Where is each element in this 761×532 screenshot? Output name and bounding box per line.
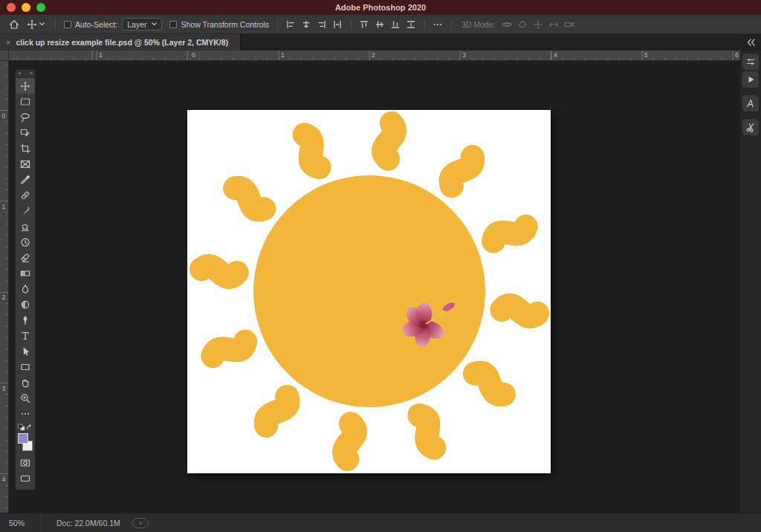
align-horizontal-centers-icon[interactable] bbox=[299, 17, 314, 32]
gradient-tool[interactable] bbox=[16, 265, 35, 281]
horizontal-ruler[interactable]: 1 0 1 2 3 4 5 6 bbox=[9, 51, 740, 61]
tab-close-icon[interactable]: × bbox=[6, 38, 10, 47]
align-bottom-edges-icon[interactable] bbox=[388, 17, 404, 32]
options-bar: Auto-Select: Layer Show Transform Contro… bbox=[0, 15, 761, 34]
blur-tool[interactable] bbox=[16, 281, 35, 296]
zoom-tool[interactable] bbox=[16, 390, 35, 406]
swap-colors-icon[interactable] bbox=[26, 424, 33, 431]
hand-icon bbox=[20, 377, 30, 388]
sun-illustration[interactable] bbox=[187, 110, 551, 473]
tools-panel-expand-icon[interactable]: » bbox=[30, 71, 33, 77]
move-tool[interactable] bbox=[16, 78, 35, 94]
ruler-origin-corner[interactable] bbox=[0, 51, 9, 61]
gradient-icon bbox=[20, 268, 30, 279]
distribute-vertical-icon[interactable] bbox=[404, 17, 419, 32]
actions-panel-icon[interactable] bbox=[742, 71, 759, 88]
document-canvas[interactable] bbox=[187, 110, 551, 473]
ruler-label: 0 bbox=[2, 112, 6, 120]
document-tab[interactable]: × click up resize example file.psd @ 50%… bbox=[0, 34, 241, 51]
ruler-label: 3 bbox=[2, 385, 6, 392]
auto-select-label: Auto-Select: bbox=[75, 20, 117, 29]
tools-panel-header: × » bbox=[16, 70, 35, 78]
titlebar: Adobe Photoshop 2020 bbox=[0, 0, 761, 15]
brush-icon bbox=[20, 206, 30, 216]
edit-toolbar-button[interactable] bbox=[16, 406, 35, 421]
history-brush-tool[interactable] bbox=[16, 234, 35, 250]
eraser-tool[interactable] bbox=[16, 250, 35, 265]
zoom-level-field[interactable]: 50% bbox=[9, 519, 25, 528]
document-tab-bar: × click up resize example file.psd @ 50%… bbox=[0, 34, 761, 51]
selection-arrow-icon bbox=[20, 346, 30, 357]
distribute-horizontal-icon[interactable] bbox=[330, 17, 346, 32]
active-tool-preset[interactable] bbox=[24, 17, 48, 32]
brush-tool[interactable] bbox=[16, 203, 35, 218]
color-swatches bbox=[16, 432, 35, 455]
rectangle-tool[interactable] bbox=[16, 359, 35, 374]
frame-tool[interactable] bbox=[16, 156, 35, 172]
dodge-tool[interactable] bbox=[16, 296, 35, 312]
frame-icon bbox=[20, 159, 30, 169]
checkbox-box[interactable] bbox=[169, 21, 177, 28]
blur-drop-icon bbox=[20, 284, 30, 294]
eyedropper-tool[interactable] bbox=[16, 172, 35, 187]
eyedropper-icon bbox=[20, 175, 30, 185]
show-transform-checkbox[interactable]: Show Transform Controls bbox=[169, 20, 268, 29]
tools-panel-close-icon[interactable]: × bbox=[18, 71, 22, 77]
align-right-edges-icon[interactable] bbox=[314, 17, 330, 32]
clone-stamp-icon bbox=[20, 221, 30, 232]
align-left-edges-icon[interactable] bbox=[283, 17, 299, 32]
separator bbox=[55, 19, 56, 30]
properties-panel-icon[interactable] bbox=[742, 53, 759, 70]
collapse-panels-icon[interactable] bbox=[746, 39, 756, 46]
minimize-window-button[interactable] bbox=[22, 3, 30, 12]
ruler-label: 1 bbox=[281, 51, 285, 59]
more-align-options-icon[interactable] bbox=[430, 17, 446, 32]
ruler-label: 1 bbox=[2, 203, 6, 210]
status-options-button[interactable]: › bbox=[132, 518, 149, 528]
pen-tool[interactable] bbox=[16, 312, 35, 328]
chevron-down-icon bbox=[152, 22, 157, 26]
quick-mask-button[interactable] bbox=[16, 455, 35, 470]
crop-tool[interactable] bbox=[16, 140, 35, 156]
ruler-label: 2 bbox=[2, 293, 6, 301]
auto-select-checkbox[interactable]: Auto-Select: bbox=[64, 20, 117, 29]
object-selection-tool[interactable] bbox=[16, 125, 35, 140]
move-tool-icon bbox=[27, 19, 37, 30]
hand-tool[interactable] bbox=[16, 374, 35, 390]
align-vertical-centers-icon[interactable] bbox=[372, 17, 388, 32]
doc-size-info[interactable]: Doc: 22.0M/60.1M bbox=[56, 519, 120, 528]
clone-stamp-tool[interactable] bbox=[16, 218, 35, 234]
rectangular-marquee-tool[interactable] bbox=[16, 94, 35, 109]
ruler-label: 4 bbox=[554, 51, 557, 59]
lasso-icon bbox=[20, 112, 30, 123]
separator bbox=[451, 19, 452, 30]
ruler-label: 6 bbox=[735, 51, 739, 59]
close-window-button[interactable] bbox=[7, 3, 16, 12]
vertical-ruler[interactable]: 0 1 2 3 4 bbox=[0, 61, 9, 513]
zoom-window-button[interactable] bbox=[36, 3, 45, 12]
show-transform-label: Show Transform Controls bbox=[181, 20, 268, 29]
tool-presets-panel-icon[interactable] bbox=[742, 119, 759, 135]
default-colors-icon[interactable] bbox=[18, 424, 25, 431]
object-selection-icon bbox=[20, 128, 30, 138]
checkbox-box[interactable] bbox=[64, 21, 71, 28]
crop-icon bbox=[20, 143, 30, 154]
lasso-tool[interactable] bbox=[16, 109, 35, 125]
home-icon[interactable] bbox=[6, 17, 22, 32]
type-tool[interactable] bbox=[16, 328, 35, 343]
character-panel-icon[interactable] bbox=[742, 95, 759, 111]
separator bbox=[351, 19, 352, 30]
spot-healing-brush-tool[interactable] bbox=[16, 187, 35, 203]
ruler-label: 2 bbox=[372, 51, 375, 59]
align-top-edges-icon[interactable] bbox=[357, 17, 372, 32]
type-icon bbox=[20, 331, 30, 341]
foreground-color-swatch[interactable] bbox=[18, 433, 28, 444]
path-selection-tool[interactable] bbox=[16, 343, 35, 359]
marquee-icon bbox=[20, 97, 30, 107]
auto-select-dropdown[interactable]: Layer bbox=[122, 18, 162, 30]
tools-panel: × » bbox=[15, 69, 36, 490]
sun bbox=[201, 123, 538, 460]
canvas-area[interactable] bbox=[9, 61, 740, 513]
ruler-label: 5 bbox=[644, 51, 648, 59]
screen-mode-button[interactable] bbox=[16, 470, 35, 486]
